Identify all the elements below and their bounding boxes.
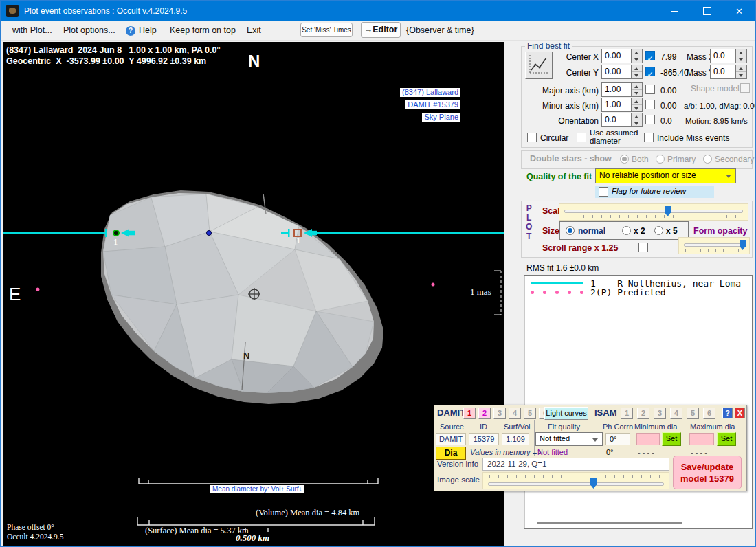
center-x-spin-buttons[interactable] (631, 49, 643, 63)
pole-label: N (243, 350, 249, 361)
menu-keep-on-top[interactable]: Keep form on top (170, 25, 236, 35)
id-column-label: ID (480, 423, 487, 431)
double-both-radio[interactable] (620, 155, 629, 164)
major-axis-value[interactable]: 1.00 (601, 82, 631, 97)
minor-axis-spin-buttons[interactable] (631, 98, 643, 112)
light-curves-button[interactable]: Light curves (544, 407, 588, 420)
fit-major-axis-checkbox[interactable] (645, 85, 655, 94)
major-axis-spinner[interactable]: 1.00 (601, 82, 643, 97)
double-secondary-radio[interactable] (703, 155, 712, 164)
source-column-label: Source (440, 423, 464, 431)
help-icon[interactable]: ? (126, 26, 135, 36)
dia-button[interactable]: Dia (436, 447, 466, 460)
minimize-button[interactable] (658, 1, 691, 21)
close-button[interactable]: ✕ (723, 1, 755, 21)
center-x-value[interactable]: 0.00 (601, 49, 631, 63)
orientation-spinner[interactable]: 0.0 (601, 113, 643, 127)
menu-exit[interactable]: Exit (247, 25, 261, 35)
version-info-field[interactable]: 2022-11-29, Q=1 (482, 458, 669, 471)
min-dia-field[interactable] (636, 433, 660, 445)
set-miss-times-button[interactable]: Set 'Miss' Times (300, 23, 353, 37)
size-x2-radio[interactable] (622, 226, 631, 235)
menu-plot-options[interactable]: Plot options... (63, 25, 115, 35)
save-update-model-button[interactable]: Save/update model 15379 (673, 456, 742, 489)
minor-axis-value[interactable]: 1.00 (601, 98, 631, 112)
damit-tab-3[interactable]: 3 (493, 408, 506, 419)
max-dia-field[interactable] (689, 433, 714, 445)
form-opacity-slider[interactable] (678, 237, 750, 254)
damit-tab-5[interactable]: 5 (524, 408, 536, 419)
observer-row-2[interactable]: 2(P) Predicted (590, 287, 666, 298)
mass-x-value[interactable]: 0.0 (710, 49, 735, 63)
fit-center-x-checkbox[interactable]: ✓ (645, 51, 655, 60)
center-y-spinner[interactable]: 0.00 (601, 65, 643, 79)
center-x-spinner[interactable]: 0.00 (601, 49, 643, 63)
damit-help-button[interactable]: ? (722, 408, 733, 418)
major-axis-spin-buttons[interactable] (631, 82, 643, 97)
mass-y-value[interactable]: 0.0 (710, 65, 735, 79)
isam-tab-2[interactable]: 2 (637, 408, 649, 419)
mean-diameter-by-label[interactable]: Mean diameter by: Vol↑ Surf↓ (210, 485, 304, 493)
predicted-dot (36, 288, 40, 291)
circular-checkbox[interactable] (527, 133, 537, 142)
image-scale-track[interactable] (488, 482, 664, 486)
mass-x-spin-buttons[interactable] (735, 49, 747, 63)
fit-minor-axis-checkbox[interactable] (645, 100, 655, 109)
include-miss-events-checkbox[interactable] (644, 133, 654, 142)
menu-with-plot[interactable]: with Plot... (12, 25, 52, 35)
center-y-label: Center Y (542, 68, 599, 78)
damit-tab-4[interactable]: 4 (509, 408, 521, 419)
center-y-spin-buttons[interactable] (631, 65, 643, 79)
id-value: 15379 (469, 433, 499, 445)
damit-tab-2[interactable]: 2 (478, 408, 491, 419)
image-scale-thumb[interactable] (590, 478, 597, 489)
isam-tab-4[interactable]: 4 (670, 408, 682, 419)
use-assumed-diameter-checkbox[interactable] (577, 133, 586, 142)
memory-min-dia: - - - - (638, 448, 654, 456)
scale-slider[interactable] (559, 203, 748, 221)
form-opacity-slider-track[interactable] (684, 243, 744, 247)
damit-tab-1[interactable]: 1 (463, 408, 476, 419)
set-max-dia-button[interactable]: Set (717, 432, 736, 446)
size-normal-radio[interactable] (566, 226, 575, 235)
isam-tab-6[interactable]: 6 (703, 408, 715, 419)
orientation-label: Orientation (523, 116, 599, 126)
fit-quality-dropdown[interactable]: Not fitted (535, 432, 603, 446)
set-min-dia-button[interactable]: Set (662, 432, 681, 446)
mass-y-spin-buttons[interactable] (735, 65, 747, 79)
flag-review-checkbox[interactable] (599, 187, 608, 197)
shape-model-label: Shape model (691, 84, 740, 93)
fit-orientation-checkbox[interactable] (645, 115, 655, 124)
maximize-button[interactable] (691, 1, 723, 21)
isam-tab-1[interactable]: 1 (621, 408, 633, 419)
mass-x-spinner[interactable]: 0.0 (710, 49, 747, 63)
orientation-spin-buttons[interactable] (631, 113, 643, 127)
minor-axis-spinner[interactable]: 1.00 (601, 98, 643, 112)
quality-dropdown[interactable]: No reliable position or size (595, 168, 736, 183)
size-x5-radio[interactable] (654, 226, 663, 235)
orientation-value[interactable]: 0.0 (601, 113, 631, 127)
fit-center-x-value: 7.99 (660, 52, 676, 62)
image-scale-slider[interactable] (482, 472, 669, 489)
ph-corrn-value[interactable]: 0° (605, 433, 630, 445)
shape-model-checkbox[interactable] (740, 83, 750, 93)
scroll-range-checkbox[interactable] (638, 243, 648, 252)
plot-area[interactable]: (8347) Lallaward 2024 Jun 8 1.00 x 1.00 … (3, 42, 504, 546)
center-y-value[interactable]: 0.00 (601, 65, 631, 79)
fit-quality-column-label: Fit quality (548, 423, 580, 431)
scale-slider-track[interactable] (564, 210, 743, 213)
damit-close-button[interactable]: X (735, 408, 745, 418)
circular-label: Circular (540, 133, 568, 143)
fit-center-y-checkbox[interactable]: ✓ (645, 67, 655, 76)
predicted-dot (432, 283, 435, 287)
east-direction-label: E (9, 284, 21, 305)
mass-y-spinner[interactable]: 0.0 (710, 65, 747, 79)
editor-button[interactable]: →Editor (361, 22, 401, 38)
isam-tab-5[interactable]: 5 (687, 408, 699, 419)
plot-vertical-label: P L O T (526, 204, 532, 241)
double-primary-radio[interactable] (656, 155, 665, 164)
source-value: DAMIT (436, 433, 466, 445)
double-both-label: Both (632, 155, 649, 164)
menu-help[interactable]: Help (139, 25, 157, 35)
isam-tab-3[interactable]: 3 (654, 408, 666, 419)
